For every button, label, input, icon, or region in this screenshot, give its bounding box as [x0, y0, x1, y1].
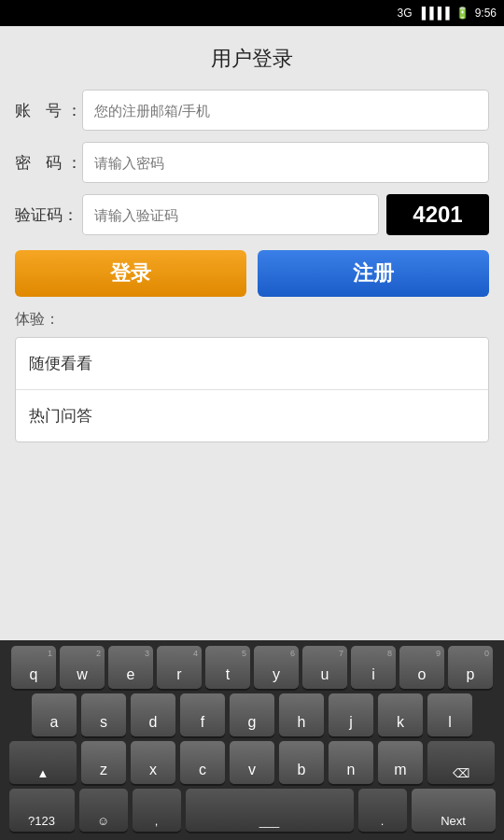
action-buttons: 登录 注册: [15, 250, 489, 297]
password-label: 密 码：: [15, 152, 82, 174]
backspace-key[interactable]: ⌫: [427, 741, 495, 784]
status-bar: 3G ▐▐▐▐ 🔋 9:56: [0, 0, 504, 26]
key-o[interactable]: 9o: [399, 646, 444, 689]
captcha-label: 验证码：: [15, 204, 82, 226]
keyboard-row-2: a s d f g h j k l: [4, 693, 500, 736]
key-n[interactable]: n: [329, 741, 373, 784]
key-h[interactable]: h: [279, 693, 324, 736]
experience-label: 体验：: [15, 310, 489, 329]
key-b[interactable]: b: [279, 741, 324, 784]
key-p[interactable]: 0p: [448, 646, 493, 689]
password-row: 密 码：: [15, 142, 489, 183]
key-q[interactable]: 1q: [11, 646, 56, 689]
key-a[interactable]: a: [32, 693, 77, 736]
key-t[interactable]: 5t: [205, 646, 250, 689]
next-key[interactable]: Next: [412, 789, 496, 832]
key-x[interactable]: x: [131, 741, 175, 784]
key-i[interactable]: 8i: [351, 646, 396, 689]
keyboard-row-3: ▲ z x c v b n m ⌫: [4, 741, 500, 784]
key-v[interactable]: v: [230, 741, 274, 784]
password-input[interactable]: [82, 142, 489, 183]
key-e[interactable]: 3e: [108, 646, 153, 689]
experience-item-faq[interactable]: 热门问答: [16, 390, 488, 441]
battery-icon: 🔋: [455, 7, 469, 20]
account-row: 账 号：: [15, 90, 489, 131]
key-y[interactable]: 6y: [254, 646, 299, 689]
key-j[interactable]: j: [329, 693, 373, 736]
key-s[interactable]: s: [81, 693, 126, 736]
key-l[interactable]: l: [427, 693, 472, 736]
login-button[interactable]: 登录: [15, 250, 246, 297]
content-area: 用户登录 账 号： 密 码： 验证码： 4201 登录 注册 体验： 随便看看 …: [0, 26, 504, 452]
register-button[interactable]: 注册: [258, 250, 489, 297]
experience-box: 随便看看 热门问答: [15, 337, 489, 442]
key-w[interactable]: 2w: [60, 646, 105, 689]
account-label: 账 号：: [15, 100, 82, 121]
key-m[interactable]: m: [378, 741, 423, 784]
key-d[interactable]: d: [131, 693, 175, 736]
key-r[interactable]: 4r: [157, 646, 202, 689]
network-indicator: 3G: [398, 7, 413, 20]
page-title: 用户登录: [15, 45, 489, 73]
signal-icon: ▐▐▐▐: [418, 7, 450, 20]
period-key[interactable]: .: [358, 789, 407, 832]
symbols-key[interactable]: ?123: [9, 789, 75, 832]
time-display: 9:56: [475, 7, 497, 20]
keyboard-row-4: ?123 ☺ , ___ . Next: [4, 789, 500, 832]
key-c[interactable]: c: [180, 741, 225, 784]
shift-key[interactable]: ▲: [9, 741, 77, 784]
experience-item-browse[interactable]: 随便看看: [16, 338, 488, 390]
key-k[interactable]: k: [378, 693, 423, 736]
key-g[interactable]: g: [230, 693, 274, 736]
captcha-row: 验证码： 4201: [15, 194, 489, 235]
captcha-input[interactable]: [82, 194, 379, 235]
key-u[interactable]: 7u: [302, 646, 347, 689]
key-f[interactable]: f: [180, 693, 225, 736]
keyboard-num-row: 1q 2w 3e 4r 5t 6y 7u 8i 9o 0p: [4, 646, 500, 689]
emoji-key[interactable]: ☺: [79, 789, 128, 832]
comma-key[interactable]: ,: [133, 789, 181, 832]
keyboard: 1q 2w 3e 4r 5t 6y 7u 8i 9o 0p a s d f g …: [0, 640, 504, 840]
captcha-code-display[interactable]: 4201: [386, 194, 489, 235]
space-key[interactable]: ___: [186, 789, 354, 832]
key-z[interactable]: z: [81, 741, 126, 784]
account-input[interactable]: [82, 90, 489, 131]
